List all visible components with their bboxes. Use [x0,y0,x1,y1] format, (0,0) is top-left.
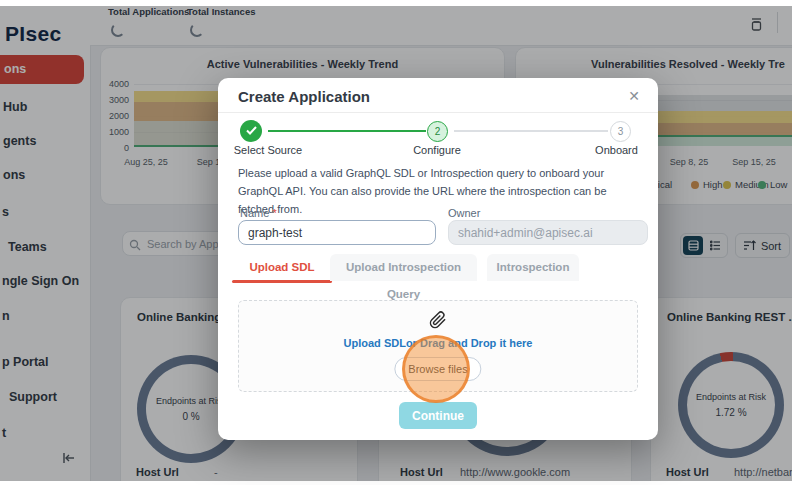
screen-top-edge [0,0,792,6]
app-screen: PIsec ons Hub gents ons s Teams ngle Sig… [0,0,792,485]
step-1-complete [240,120,262,142]
tab-upload-introspection-query[interactable]: Upload Introspection Query [330,254,477,281]
required-mark: * [272,207,276,219]
step-label: Onboard [575,144,658,156]
step-label: Configure [392,144,482,156]
name-field[interactable] [238,220,436,245]
step-connector-todo [454,130,608,132]
modal-divider [218,112,658,113]
close-icon[interactable]: ✕ [626,86,642,106]
tab-introspection[interactable]: Introspection [487,254,579,281]
tab-upload-sdl[interactable]: Upload SDL [235,254,329,281]
step-label: Select Source [223,144,313,156]
continue-button[interactable]: Continue [399,402,477,429]
screen-bottom-edge [0,481,792,485]
paperclip-icon [429,310,447,334]
owner-field [448,220,648,245]
step-3-upcoming: 3 [610,121,631,142]
active-tab-underline [232,280,332,283]
step-2-current: 2 [427,121,448,142]
owner-field-label: Owner [448,207,480,219]
modal-title: Create Application [238,88,370,105]
modal-description: Please upload a valid GraphQL SDL or Int… [238,164,642,218]
name-field-label: Name * [240,207,277,219]
step-connector-done [268,130,426,132]
click-highlight-annotation [402,335,470,403]
check-icon [246,126,257,137]
